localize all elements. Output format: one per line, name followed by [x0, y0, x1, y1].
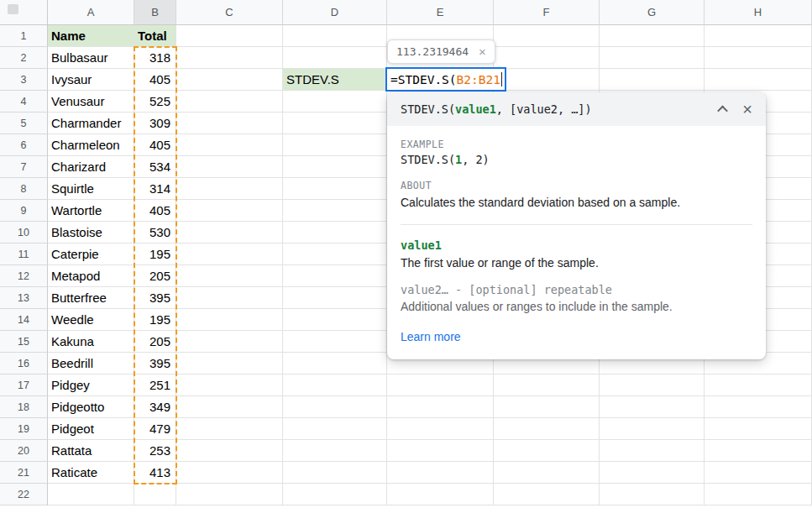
- cell-E22[interactable]: [387, 484, 494, 505]
- cell-H19[interactable]: [705, 418, 812, 440]
- cell-D15[interactable]: [283, 331, 387, 353]
- cell-A13[interactable]: Butterfree: [48, 287, 134, 309]
- row-header-4[interactable]: 4: [0, 91, 48, 113]
- collapse-chevron-up-icon[interactable]: [715, 102, 729, 116]
- cell-B13[interactable]: 395: [134, 287, 176, 309]
- row-header-6[interactable]: 6: [0, 134, 48, 156]
- select-all-corner[interactable]: [0, 0, 48, 25]
- row-header-19[interactable]: 19: [0, 418, 48, 440]
- cell-H3[interactable]: [705, 69, 812, 91]
- cell-C20[interactable]: [176, 440, 283, 462]
- cell-H2[interactable]: [705, 47, 812, 69]
- cell-B2[interactable]: 318: [134, 47, 176, 69]
- learn-more-link[interactable]: Learn more: [401, 330, 461, 343]
- cell-A10[interactable]: Blastoise: [48, 222, 134, 244]
- cell-C11[interactable]: [176, 244, 283, 265]
- cell-G21[interactable]: [600, 462, 705, 484]
- cell-C6[interactable]: [176, 134, 283, 156]
- cell-A18[interactable]: Pidgeotto: [48, 396, 134, 418]
- column-header-e[interactable]: E: [387, 0, 494, 25]
- cell-H18[interactable]: [705, 396, 812, 418]
- cell-B10[interactable]: 530: [134, 222, 176, 244]
- cell-H21[interactable]: [705, 462, 812, 484]
- cell-C13[interactable]: [176, 287, 283, 309]
- cell-D14[interactable]: [283, 309, 387, 331]
- cell-E21[interactable]: [387, 462, 494, 484]
- row-header-14[interactable]: 14: [0, 309, 48, 331]
- cell-E19[interactable]: [387, 418, 494, 440]
- cell-D4[interactable]: [283, 91, 387, 113]
- cell-C21[interactable]: [176, 462, 283, 484]
- cell-A4[interactable]: Venusaur: [48, 91, 134, 113]
- cell-H22[interactable]: [705, 484, 812, 505]
- cell-A14[interactable]: Weedle: [48, 309, 134, 331]
- cell-B4[interactable]: 525: [134, 91, 176, 113]
- cell-A21[interactable]: Raticate: [48, 462, 134, 484]
- cell-F17[interactable]: [494, 374, 600, 396]
- cell-D5[interactable]: [283, 113, 387, 134]
- cell-D3[interactable]: STDEV.S: [283, 69, 387, 91]
- cell-D22[interactable]: [283, 484, 387, 505]
- cell-H20[interactable]: [705, 440, 812, 462]
- row-header-12[interactable]: 12: [0, 265, 48, 287]
- column-header-h[interactable]: H: [705, 0, 812, 25]
- cell-D9[interactable]: [283, 200, 387, 222]
- cell-C5[interactable]: [176, 113, 283, 134]
- cell-C2[interactable]: [176, 47, 283, 69]
- cell-A11[interactable]: Caterpie: [48, 244, 134, 265]
- cell-A16[interactable]: Beedrill: [48, 353, 134, 374]
- cell-A2[interactable]: Bulbasaur: [48, 47, 134, 69]
- cell-B14[interactable]: 195: [134, 309, 176, 331]
- cell-G19[interactable]: [600, 418, 705, 440]
- cell-B22[interactable]: [134, 484, 176, 505]
- cell-B6[interactable]: 405: [134, 134, 176, 156]
- cell-C17[interactable]: [176, 374, 283, 396]
- cell-C9[interactable]: [176, 200, 283, 222]
- column-header-g[interactable]: G: [600, 0, 705, 25]
- row-header-3[interactable]: 3: [0, 69, 48, 91]
- cell-F19[interactable]: [494, 418, 600, 440]
- cell-B20[interactable]: 253: [134, 440, 176, 462]
- cell-G1[interactable]: [600, 25, 705, 47]
- cell-A6[interactable]: Charmeleon: [48, 134, 134, 156]
- row-header-16[interactable]: 16: [0, 353, 48, 374]
- column-header-f[interactable]: F: [494, 0, 600, 25]
- cell-G22[interactable]: [600, 484, 705, 505]
- formula-edit-cell[interactable]: =STDEV.S(B2:B21: [385, 67, 506, 92]
- cell-G2[interactable]: [600, 47, 705, 69]
- row-header-13[interactable]: 13: [0, 287, 48, 309]
- cell-C18[interactable]: [176, 396, 283, 418]
- cell-A9[interactable]: Wartortle: [48, 200, 134, 222]
- cell-A7[interactable]: Charizard: [48, 156, 134, 178]
- column-header-d[interactable]: D: [283, 0, 387, 25]
- cell-A17[interactable]: Pidgey: [48, 374, 134, 396]
- cell-G20[interactable]: [600, 440, 705, 462]
- row-header-9[interactable]: 9: [0, 200, 48, 222]
- cell-D10[interactable]: [283, 222, 387, 244]
- cell-G3[interactable]: [600, 69, 705, 91]
- cell-C7[interactable]: [176, 156, 283, 178]
- row-header-8[interactable]: 8: [0, 178, 48, 200]
- row-header-1[interactable]: 1: [0, 25, 48, 47]
- cell-A5[interactable]: Charmander: [48, 113, 134, 134]
- cell-B8[interactable]: 314: [134, 178, 176, 200]
- cell-B7[interactable]: 534: [134, 156, 176, 178]
- cell-B3[interactable]: 405: [134, 69, 176, 91]
- cell-D17[interactable]: [283, 374, 387, 396]
- cell-F18[interactable]: [494, 396, 600, 418]
- cell-D7[interactable]: [283, 156, 387, 178]
- cell-B17[interactable]: 251: [134, 374, 176, 396]
- cell-C8[interactable]: [176, 178, 283, 200]
- cell-D13[interactable]: [283, 287, 387, 309]
- cell-G18[interactable]: [600, 396, 705, 418]
- row-header-15[interactable]: 15: [0, 331, 48, 353]
- cell-A8[interactable]: Squirtle: [48, 178, 134, 200]
- cell-B1[interactable]: Total: [134, 25, 176, 47]
- cell-A3[interactable]: Ivysaur: [48, 69, 134, 91]
- row-header-11[interactable]: 11: [0, 244, 48, 265]
- cell-B15[interactable]: 205: [134, 331, 176, 353]
- cell-C4[interactable]: [176, 91, 283, 113]
- cell-C15[interactable]: [176, 331, 283, 353]
- cell-A22[interactable]: [48, 484, 134, 505]
- cell-D18[interactable]: [283, 396, 387, 418]
